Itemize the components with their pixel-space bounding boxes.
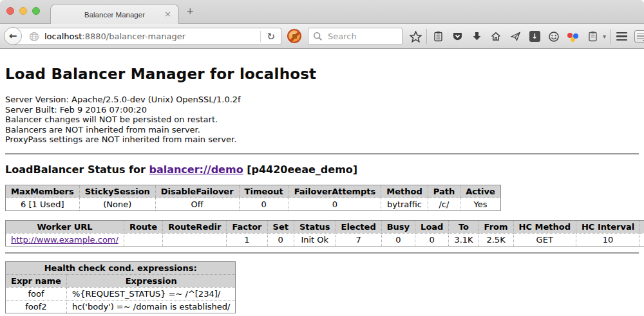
downloads-icon[interactable] bbox=[467, 27, 486, 46]
toolbar-icons: ↓ ▾ bbox=[406, 24, 644, 49]
globe-icon bbox=[29, 32, 39, 42]
cell-status: Init Ok bbox=[294, 233, 336, 246]
cell-factor: 1 bbox=[227, 233, 267, 246]
close-window-button[interactable] bbox=[6, 7, 14, 15]
cell-to: 3.1K bbox=[449, 233, 478, 246]
tab-balancer-manager[interactable]: Balancer Manager × bbox=[50, 4, 179, 24]
clipboard-menu-icon[interactable] bbox=[583, 27, 602, 46]
col-expression: Expression bbox=[66, 274, 236, 287]
tab-title: Balancer Manager bbox=[84, 11, 145, 19]
home-icon[interactable] bbox=[486, 27, 506, 46]
col-stickysession: StickySession bbox=[79, 185, 155, 198]
character-viewer-icon[interactable] bbox=[631, 27, 644, 46]
search-icon bbox=[313, 32, 323, 41]
bookmarks-clipboard-icon[interactable] bbox=[428, 27, 448, 46]
cell-set: 0 bbox=[267, 233, 294, 246]
col-maxmembers: MaxMembers bbox=[6, 185, 80, 198]
url-bar[interactable]: localhost:8880/balancer-manager ↻ bbox=[13, 28, 281, 45]
cell-expression: hc('body') =~ /domain is established/ bbox=[66, 300, 236, 313]
cell-route bbox=[124, 233, 162, 246]
table-header-row: Expr name Expression bbox=[6, 274, 236, 287]
window-controls bbox=[6, 7, 40, 15]
table-row: foof2 hc('body') =~ /domain is establish… bbox=[6, 300, 236, 313]
col-worker-url: Worker URL bbox=[6, 220, 124, 233]
col-load: Load bbox=[415, 220, 449, 233]
cell-hc-interval: 10 bbox=[576, 233, 639, 246]
page-content: Load Balancer Manager for localhost Serv… bbox=[0, 66, 644, 316]
col-failoverattempts: FailoverAttempts bbox=[289, 185, 381, 198]
cell-disablefailover: Off bbox=[155, 198, 239, 210]
cell-timeout: 0 bbox=[239, 198, 289, 210]
col-from: From bbox=[478, 220, 513, 233]
col-busy: Busy bbox=[381, 220, 415, 233]
page-title: Load Balancer Manager for localhost bbox=[5, 66, 639, 82]
table-row: http://www.example.com/ 1 0 Init Ok 7 0 … bbox=[6, 233, 644, 246]
zoom-window-button[interactable] bbox=[32, 7, 40, 15]
col-factor: Factor bbox=[227, 220, 267, 233]
cell-failoverattempts: 0 bbox=[289, 198, 381, 210]
col-path: Path bbox=[428, 185, 460, 198]
status-suffix: [p4420eeae_demo] bbox=[243, 163, 358, 176]
menu-hamburger-icon[interactable] bbox=[612, 27, 631, 46]
balancer-settings-table: MaxMembers StickySession DisableFailover… bbox=[5, 185, 501, 211]
toolbar-separator bbox=[426, 29, 427, 44]
toolbar-separator bbox=[610, 29, 611, 44]
cell-maxmembers: 6 [1 Used] bbox=[6, 198, 80, 210]
cell-load: 0 bbox=[415, 233, 449, 246]
col-route: Route bbox=[124, 220, 162, 233]
col-hc-method: HC Method bbox=[513, 220, 576, 233]
reload-icon[interactable]: ↻ bbox=[261, 31, 281, 42]
cell-stickysession: (None) bbox=[79, 198, 155, 210]
table-header-row: MaxMembers StickySession DisableFailover… bbox=[6, 185, 501, 198]
balancers-notice-line: Balancers are NOT inherited from main se… bbox=[5, 125, 639, 135]
chevron-down-icon[interactable]: ▾ bbox=[602, 33, 609, 40]
navigation-toolbar: ← localhost:8880/balancer-manager ↻ bbox=[0, 24, 644, 49]
extension-download-icon[interactable]: ↓ bbox=[525, 27, 544, 46]
col-routeredir: RouteRedir bbox=[163, 220, 227, 233]
server-info: Server Version: Apache/2.5.0-dev (Unix) … bbox=[5, 95, 639, 145]
cell-hc-method: GET bbox=[513, 233, 576, 246]
server-built-line: Server Built: Feb 9 2016 07:00:20 bbox=[5, 105, 639, 115]
table-row: 6 [1 Used] (None) Off 0 0 bytraffic /c/ … bbox=[6, 198, 501, 210]
table-row: foof %{REQUEST_STATUS} =~ /^[234]/ bbox=[6, 287, 236, 300]
url-path: :8880/balancer-manager bbox=[82, 32, 185, 41]
url-text: localhost:8880/balancer-manager bbox=[44, 32, 185, 41]
cell-expression: %{REQUEST_STATUS} =~ /^[234]/ bbox=[66, 287, 236, 300]
server-version-line: Server Version: Apache/2.5.0-dev (Unix) … bbox=[5, 95, 639, 105]
divider bbox=[5, 153, 639, 154]
col-hc-interval: HC Interval bbox=[576, 220, 639, 233]
status-prefix: LoadBalancer Status for bbox=[5, 163, 149, 176]
cell-from: 2.5K bbox=[478, 233, 513, 246]
proxypass-notice-line: ProxyPass settings are NOT inherited fro… bbox=[5, 135, 639, 145]
persist-notice-line: Balancer changes will NOT be persisted o… bbox=[5, 115, 639, 125]
cell-routeredir bbox=[163, 233, 227, 246]
new-tab-button[interactable]: + bbox=[187, 5, 194, 19]
tab-close-icon[interactable]: × bbox=[164, 10, 171, 19]
col-to: To bbox=[449, 220, 478, 233]
url-host: localhost bbox=[44, 32, 82, 41]
worker-status-table: Worker URL Route RouteRedir Factor Set S… bbox=[5, 220, 644, 246]
worker-url-link[interactable]: http://www.example.com/ bbox=[11, 235, 118, 245]
cell-busy: 0 bbox=[381, 233, 415, 246]
health-table-title: Health check cond. expressions: bbox=[6, 261, 236, 274]
cell-passes: 1 (0) bbox=[640, 233, 644, 246]
search-bar[interactable] bbox=[308, 28, 402, 45]
divider bbox=[5, 252, 639, 254]
back-button[interactable]: ← bbox=[4, 27, 22, 45]
feedback-smiley-icon[interactable] bbox=[544, 27, 564, 46]
cell-expr-name: foof bbox=[6, 287, 67, 300]
colored-dots-extension-icon[interactable] bbox=[564, 27, 583, 46]
minimize-window-button[interactable] bbox=[19, 7, 27, 15]
send-plane-icon[interactable] bbox=[506, 27, 525, 46]
cell-method: bytraffic bbox=[381, 198, 428, 210]
col-elected: Elected bbox=[336, 220, 381, 233]
cell-path: /c/ bbox=[428, 198, 460, 210]
health-check-expressions-table: Health check cond. expressions: Expr nam… bbox=[5, 261, 236, 313]
pocket-icon[interactable] bbox=[448, 27, 467, 46]
plugin-blocked-icon[interactable] bbox=[287, 29, 301, 43]
cell-active: Yes bbox=[460, 198, 501, 210]
balancer-demo-link[interactable]: balancer://demo bbox=[149, 163, 243, 176]
bookmark-star-icon[interactable] bbox=[406, 27, 425, 46]
search-input[interactable] bbox=[327, 31, 397, 42]
cell-elected: 7 bbox=[336, 233, 381, 246]
